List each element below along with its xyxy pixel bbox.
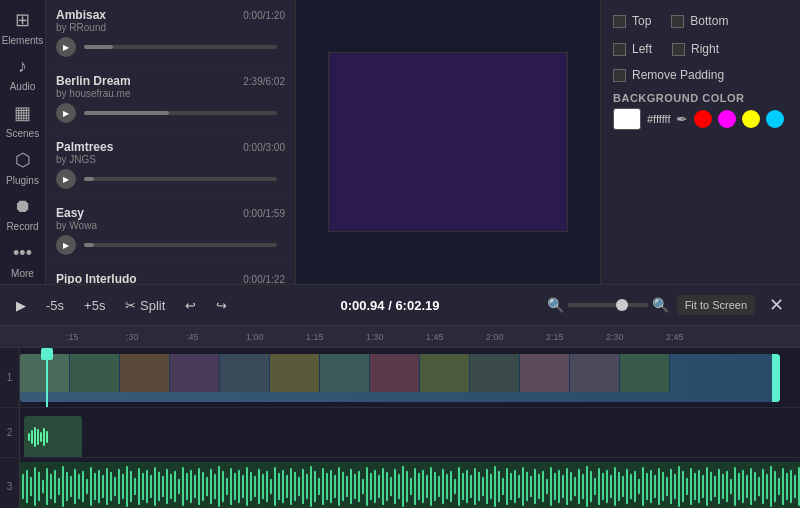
track-label-1: 1 <box>0 348 20 407</box>
svg-rect-62 <box>266 471 268 502</box>
svg-rect-40 <box>178 479 180 495</box>
svg-rect-144 <box>594 478 596 496</box>
sidebar-item-record[interactable]: ⏺ Record <box>0 191 46 238</box>
wave-bar <box>34 427 36 447</box>
svg-rect-24 <box>114 477 116 497</box>
transport-time: 0:00.94 / 6:02.19 <box>241 298 538 313</box>
bottom-checkbox[interactable] <box>671 15 684 28</box>
color-swatch-white[interactable] <box>613 108 641 130</box>
svg-rect-116 <box>482 477 484 497</box>
svg-rect-119 <box>494 466 496 507</box>
svg-rect-114 <box>474 468 476 505</box>
svg-rect-64 <box>274 467 276 506</box>
svg-rect-58 <box>250 472 252 501</box>
minus5-button[interactable]: -5s <box>40 294 70 317</box>
svg-rect-113 <box>470 475 472 499</box>
svg-rect-102 <box>426 475 428 499</box>
svg-rect-55 <box>238 470 240 503</box>
svg-rect-15 <box>78 474 80 499</box>
svg-rect-97 <box>406 471 408 502</box>
play-button[interactable]: ▶ <box>10 294 32 317</box>
waveform-full[interactable] <box>20 462 800 508</box>
svg-rect-177 <box>726 471 728 502</box>
sidebar-item-plugins[interactable]: ⬡ Plugins <box>0 144 46 191</box>
svg-rect-115 <box>478 472 480 501</box>
play-button-4[interactable]: ▶ <box>56 235 76 255</box>
undo-button[interactable]: ↩ <box>179 294 202 317</box>
play-button-1[interactable]: ▶ <box>56 37 76 57</box>
svg-rect-77 <box>326 473 328 500</box>
split-button[interactable]: ✂ Split <box>119 294 171 317</box>
play-button-3[interactable]: ▶ <box>56 169 76 189</box>
color-dot-pink[interactable] <box>718 110 736 128</box>
audio-icon: ♪ <box>18 56 27 77</box>
preview-area <box>296 0 600 284</box>
svg-rect-178 <box>730 479 732 495</box>
svg-rect-10 <box>58 478 60 496</box>
video-clip[interactable] <box>20 354 780 402</box>
svg-rect-118 <box>490 474 492 499</box>
svg-rect-30 <box>138 468 140 505</box>
audio-track-4: Easy 0:00/1:59 by Wowa ▶ <box>46 198 295 264</box>
zoom-out-icon[interactable]: 🔍 <box>547 297 564 313</box>
ruler-mark: 2:15 <box>546 332 564 342</box>
svg-rect-68 <box>290 468 292 505</box>
audio-track-1: Ambisax 0:00/1:20 by RRound ▶ <box>46 0 295 66</box>
waveform-mini <box>24 427 82 447</box>
thumbnail <box>470 354 520 392</box>
bottom-label: Bottom <box>690 14 728 28</box>
svg-rect-131 <box>542 471 544 502</box>
svg-rect-95 <box>398 474 400 499</box>
audio-track-5: Pipo Interludo 0:00/1:22 by Pipo & Wowa … <box>46 264 295 284</box>
svg-rect-160 <box>658 468 660 505</box>
fit-to-screen-button[interactable]: Fit to Screen <box>677 295 755 315</box>
redo-button[interactable]: ↪ <box>210 294 233 317</box>
svg-rect-186 <box>762 469 764 504</box>
thumbnail <box>170 354 220 392</box>
sidebar-item-audio[interactable]: ♪ Audio <box>0 51 46 98</box>
right-checkbox[interactable] <box>672 43 685 56</box>
sidebar-item-elements[interactable]: ⊞ Elements <box>0 4 46 51</box>
track-title-3: Palmtrees <box>56 140 113 154</box>
color-dot-yellow[interactable] <box>742 110 760 128</box>
plus5-button[interactable]: +5s <box>78 294 111 317</box>
track-title-4: Easy <box>56 206 84 220</box>
svg-rect-170 <box>698 470 700 503</box>
svg-rect-134 <box>554 473 556 500</box>
eyedropper-icon[interactable]: ✒ <box>676 111 688 127</box>
color-dot-red[interactable] <box>694 110 712 128</box>
svg-rect-184 <box>754 472 756 501</box>
play-button-2[interactable]: ▶ <box>56 103 76 123</box>
top-checkbox[interactable] <box>613 15 626 28</box>
video-thumbnails <box>20 354 780 392</box>
svg-rect-70 <box>298 477 300 497</box>
svg-rect-14 <box>74 469 76 504</box>
zoom-in-icon[interactable]: 🔍 <box>652 297 669 313</box>
wave-bar <box>31 430 33 444</box>
thumbnail <box>620 354 670 392</box>
audio-clip-small[interactable] <box>24 416 82 457</box>
svg-rect-152 <box>626 469 628 504</box>
svg-rect-105 <box>438 476 440 498</box>
remove-padding-checkbox[interactable] <box>613 69 626 82</box>
svg-rect-51 <box>222 471 224 502</box>
left-checkbox[interactable] <box>613 43 626 56</box>
audio-progress-1 <box>84 45 277 49</box>
svg-rect-194 <box>794 475 796 499</box>
bg-color-row: #ffffff ✒ <box>613 108 788 130</box>
close-button[interactable]: ✕ <box>763 292 790 318</box>
sidebar-item-more[interactable]: ••• More <box>0 237 46 284</box>
svg-rect-135 <box>558 470 560 503</box>
transport-bar: ▶ -5s +5s ✂ Split ↩ ↪ 0:00.94 / 6:02.19 … <box>0 284 800 326</box>
color-dot-cyan[interactable] <box>766 110 784 128</box>
svg-rect-190 <box>778 478 780 496</box>
zoom-slider[interactable] <box>568 303 648 307</box>
svg-rect-90 <box>378 475 380 499</box>
ruler-mark: :45 <box>186 332 199 342</box>
sidebar-item-scenes[interactable]: ▦ Scenes <box>0 97 46 144</box>
svg-rect-18 <box>90 467 92 506</box>
svg-rect-185 <box>758 477 760 497</box>
track-title-1: Ambisax <box>56 8 106 22</box>
svg-rect-3 <box>30 477 32 497</box>
svg-rect-106 <box>442 469 444 504</box>
